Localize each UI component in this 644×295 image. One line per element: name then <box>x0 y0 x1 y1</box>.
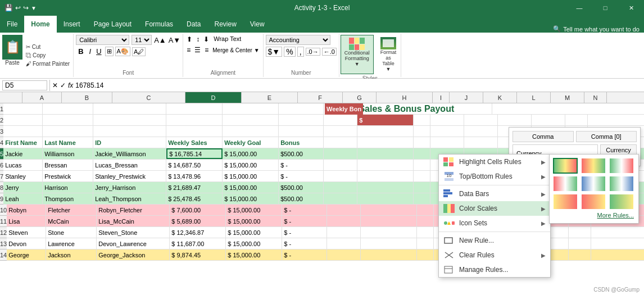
col-header-l[interactable]: L <box>517 92 551 103</box>
tab-review[interactable]: Review <box>207 16 243 33</box>
cell-a11[interactable]: Lisa <box>7 216 46 226</box>
cell-i6[interactable] <box>414 160 430 170</box>
cell-e11[interactable]: $ 15,000.00 <box>226 216 282 226</box>
cell-f1[interactable] <box>279 103 324 114</box>
cell-k3[interactable] <box>464 126 498 137</box>
cell-h9[interactable] <box>357 193 414 204</box>
cell-g14[interactable] <box>327 249 361 260</box>
cell-d14[interactable]: $ 9,874.45 <box>170 249 226 260</box>
col-header-m[interactable]: M <box>551 92 584 103</box>
cell-a10[interactable]: Robyn <box>7 205 46 215</box>
row-header-11[interactable]: 11 <box>0 216 7 227</box>
cell-b2[interactable] <box>43 115 93 125</box>
row-header-12[interactable]: 12 <box>0 227 7 238</box>
cell-n14[interactable] <box>569 249 591 260</box>
cell-n2[interactable] <box>565 115 588 125</box>
cell-a3[interactable] <box>3 126 43 137</box>
cell-h13[interactable] <box>361 238 417 249</box>
tab-file[interactable]: File <box>0 16 24 33</box>
cs-item-blue-white-green[interactable] <box>581 176 606 192</box>
cf-clear-rules[interactable]: Clear Rules ▶ <box>439 248 550 262</box>
cell-k2[interactable] <box>464 115 498 125</box>
cell-a5[interactable]: Jackie <box>3 148 43 159</box>
cf-top-bottom-rules[interactable]: 10 Top/Bottom Rules ▶ <box>439 169 550 184</box>
cell-f14[interactable]: $ - <box>282 249 327 260</box>
cf-data-bars[interactable]: Data Bars ▶ <box>439 187 550 201</box>
cell-d3[interactable] <box>166 126 223 137</box>
cell-i3[interactable] <box>414 126 430 137</box>
tab-formulas[interactable]: Formulas <box>138 16 180 33</box>
col-header-c[interactable]: C <box>112 92 185 103</box>
align-center-button[interactable]: ☰ <box>193 46 202 55</box>
cell-d4[interactable]: Weekly Sales <box>166 137 223 148</box>
col-header-h[interactable]: H <box>377 92 433 103</box>
italic-button[interactable]: I <box>88 47 93 56</box>
cell-a2[interactable] <box>3 115 43 125</box>
cell-b11[interactable]: McCain <box>46 216 97 226</box>
cell-c8[interactable]: Jerry_Harrison <box>93 182 166 193</box>
comma0-button[interactable]: Comma [0] <box>576 131 637 142</box>
cell-h12[interactable] <box>361 227 417 238</box>
cell-f13[interactable]: $ - <box>282 238 327 249</box>
cell-d9[interactable]: $ 25,478.45 <box>166 193 223 204</box>
underline-button[interactable]: U <box>94 47 103 56</box>
cell-a4[interactable]: First Name <box>3 137 43 148</box>
cell-b4[interactable]: Last Name <box>43 137 93 148</box>
col-header-i[interactable]: I <box>433 92 450 103</box>
cf-manage-rules[interactable]: Manage Rules... <box>439 262 550 277</box>
cell-h10[interactable] <box>361 205 417 215</box>
cf-new-rule[interactable]: New Rule... <box>439 233 550 248</box>
cell-i13[interactable] <box>417 238 434 249</box>
cs-item-green-white-red[interactable] <box>609 158 634 174</box>
cell-d5[interactable]: $ 16,785.14 <box>166 148 223 159</box>
cell-e6[interactable]: $ 15,000.00 <box>223 160 279 170</box>
cell-j2[interactable] <box>430 115 464 125</box>
cf-color-scales[interactable]: Color Scales ▶ <box>439 201 550 216</box>
cell-c6[interactable]: Lucas_Bressan <box>93 160 166 170</box>
cell-e10[interactable]: $ 15,000.00 <box>226 205 282 215</box>
tab-insert[interactable]: Insert <box>57 16 87 33</box>
confirm-formula-icon[interactable]: ✓ <box>60 81 66 89</box>
cell-e7[interactable]: $ 15,000.00 <box>223 171 279 181</box>
cell-a12[interactable]: Steven <box>7 227 46 238</box>
cell-c14[interactable]: George_Jackson <box>97 249 170 260</box>
col-header-e[interactable]: E <box>242 92 298 103</box>
cell-b5[interactable]: Williamson <box>43 148 93 159</box>
cell-f3[interactable] <box>279 126 324 137</box>
copy-button[interactable]: ⿻ Copy <box>25 52 71 59</box>
cell-e5[interactable]: $ 15,000.00 <box>223 148 279 159</box>
col-header-d[interactable]: D <box>185 92 242 103</box>
cell-g7[interactable] <box>324 171 357 181</box>
cell-h14[interactable] <box>361 249 417 260</box>
number-format-select[interactable]: Accounting <box>266 35 330 45</box>
cell-i5[interactable] <box>414 148 430 159</box>
more-rules-link[interactable]: More Rules... <box>553 210 635 220</box>
cell-c2[interactable] <box>93 115 166 125</box>
cell-f5[interactable]: $500.00 <box>279 148 324 159</box>
redo-icon[interactable]: ↪ <box>23 4 29 12</box>
cell-c4[interactable]: ID <box>93 137 166 148</box>
cell-b13[interactable]: Lawrence <box>46 238 97 249</box>
cell-d8[interactable]: $ 21,689.47 <box>166 182 223 193</box>
font-name-select[interactable]: Calibri <box>76 35 129 45</box>
cell-a7[interactable]: Stanley <box>3 171 43 181</box>
comma-button[interactable]: , <box>297 47 304 57</box>
cell-a8[interactable]: Jerry <box>3 182 43 193</box>
percent-button[interactable]: % <box>284 47 295 57</box>
cell-i4[interactable] <box>414 137 430 148</box>
cell-h2[interactable]: $ <box>357 115 414 125</box>
cell-f12[interactable]: $ - <box>282 227 327 238</box>
cell-e1[interactable] <box>223 103 279 114</box>
col-header-j[interactable]: J <box>450 92 483 103</box>
save-icon[interactable]: 💾 <box>4 4 13 12</box>
cs-item-red-yellow-green[interactable] <box>581 158 606 174</box>
cell-c12[interactable]: Steven_Stone <box>97 227 170 238</box>
cancel-formula-icon[interactable]: ✕ <box>52 81 58 89</box>
cell-g13[interactable] <box>327 238 361 249</box>
cell-c1[interactable] <box>93 103 166 114</box>
font-size-select[interactable]: 11 <box>131 35 152 45</box>
cell-a9[interactable]: Leah <box>3 193 43 204</box>
cf-highlight-cells-rules[interactable]: Highlight Cells Rules ▶ <box>439 155 550 169</box>
cell-n12[interactable] <box>569 227 591 238</box>
cell-b9[interactable]: Thompson <box>43 193 93 204</box>
